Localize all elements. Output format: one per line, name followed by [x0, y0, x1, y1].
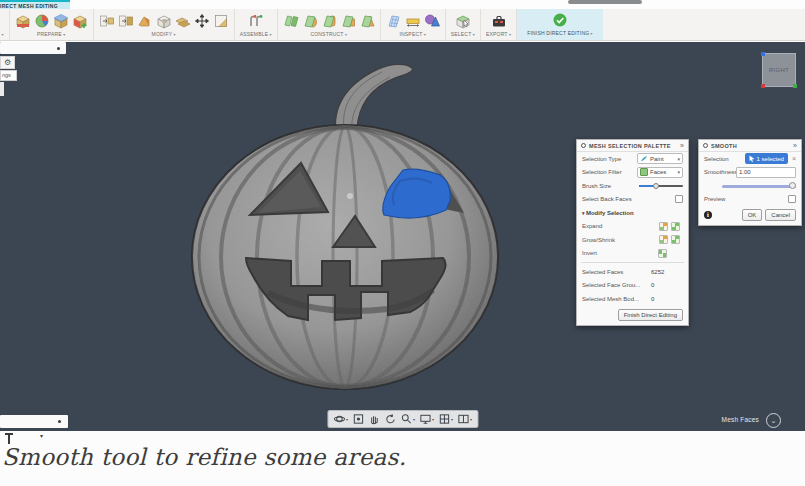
smoothness-slider-handle[interactable] — [789, 182, 796, 189]
zoom-icon[interactable]: ▾ — [399, 413, 416, 425]
viewcube-face-label[interactable]: RIGHT — [769, 67, 789, 73]
look-at-icon[interactable] — [351, 413, 365, 425]
smooth-selection-chip[interactable]: 1 selected — [745, 153, 788, 164]
offset-panel-icon[interactable] — [118, 13, 134, 29]
preview-row: Preview — [699, 193, 801, 207]
grow-icon[interactable] — [659, 235, 668, 244]
expand-fast-icon[interactable] — [671, 222, 680, 231]
group-label-construct[interactable]: CONSTRUCT — [310, 31, 347, 37]
display-settings-icon[interactable]: ▾ — [418, 413, 435, 425]
face-groups-icon[interactable] — [15, 13, 31, 29]
zoom-caret-icon[interactable]: ▾ — [413, 417, 415, 422]
viewports-caret-icon[interactable]: ▾ — [470, 417, 472, 422]
free-orbit-icon[interactable] — [383, 413, 397, 425]
viewcube[interactable]: RIGHT — [762, 53, 796, 87]
modify-selection-header[interactable]: Modify Selection — [582, 210, 634, 216]
plane-cut-box-icon[interactable] — [53, 13, 69, 29]
joint-icon[interactable] — [248, 13, 264, 29]
browser-collapsed-bar[interactable] — [0, 42, 66, 54]
section-grid-icon[interactable] — [386, 13, 402, 29]
clear-selection-icon[interactable]: × — [792, 155, 796, 162]
shrink-icon[interactable] — [671, 235, 680, 244]
wedge-icon[interactable] — [137, 13, 153, 29]
group-label-prepare[interactable]: PREPARE — [37, 31, 65, 37]
expand-label: Expand — [582, 223, 659, 229]
palette-collapse-icon[interactable]: » — [680, 141, 684, 151]
corner-plane-icon[interactable] — [213, 13, 229, 29]
preview-checkbox[interactable] — [788, 195, 796, 203]
orbit-caret-icon[interactable]: ▾ — [346, 417, 348, 422]
brush-size-slider-handle[interactable] — [653, 183, 659, 189]
invert-icon[interactable] — [658, 249, 667, 258]
pumpkin-mesh[interactable] — [178, 55, 523, 400]
grid-caret-icon[interactable]: ▾ — [451, 417, 453, 422]
selection-mode-circle-icon[interactable]: ⌄ — [766, 413, 781, 428]
select-back-faces-row: Select Back Faces — [577, 193, 688, 207]
box-plane-icon[interactable] — [340, 13, 356, 29]
grid-snaps-icon[interactable]: ▾ — [437, 413, 454, 425]
modify-selection-row[interactable]: Modify Selection — [577, 206, 688, 220]
viewport-canvas[interactable]: ⚙ ngs — [0, 42, 805, 431]
display-caret-icon[interactable]: ▾ — [432, 417, 434, 422]
specular-highlight — [347, 193, 353, 199]
smooth-title: SMOOTH — [711, 143, 793, 149]
viewcube-y-axis-marker — [793, 84, 797, 88]
smooth-grip-icon[interactable] — [703, 143, 708, 148]
palette-grip-icon[interactable] — [581, 143, 586, 148]
footer-caret-icon[interactable]: ▾ — [40, 432, 43, 439]
cone-plane-icon[interactable] — [359, 13, 375, 29]
replace-panel-icon[interactable] — [99, 13, 115, 29]
selection-filter-dropdown[interactable]: Faces — [637, 167, 683, 178]
info-icon[interactable]: i — [704, 211, 712, 219]
toolbar-group-export: EXPORT — [481, 9, 517, 40]
group-label-export[interactable]: EXPORT — [486, 31, 511, 37]
cancel-button[interactable]: Cancel — [765, 209, 796, 221]
measure-ruler-icon[interactable] — [405, 13, 421, 29]
smooth-header[interactable]: SMOOTH » — [699, 140, 801, 152]
finish-check-icon[interactable] — [552, 12, 568, 28]
brush-size-slider[interactable] — [639, 182, 683, 190]
midplane-icon[interactable] — [283, 13, 299, 29]
smoothness-row: Smoothness 1.00 — [699, 166, 801, 180]
hollow-cube-icon[interactable] — [156, 13, 172, 29]
document-settings-gear-icon[interactable]: ⚙ — [0, 56, 15, 69]
pan-hand-icon[interactable] — [367, 413, 381, 425]
toolbar-group-modify: MODIFY — [94, 9, 235, 40]
select-back-faces-checkbox[interactable] — [675, 195, 683, 203]
group-label-inspect[interactable]: INSPECT — [399, 31, 426, 37]
toolbox-icon[interactable] — [491, 13, 507, 29]
select-cursor-cube-icon[interactable] — [455, 13, 471, 29]
viewports-icon[interactable]: ▾ — [456, 413, 473, 425]
group-label-create[interactable]: CREATE — [0, 31, 4, 37]
stacked-slabs-icon[interactable] — [175, 13, 191, 29]
curvature-shapes-icon[interactable] — [424, 13, 440, 29]
selection-type-dropdown[interactable]: Paint — [637, 153, 683, 164]
tab-direct-mesh-editing[interactable]: DIRECT MESH EDITING — [0, 0, 70, 9]
timeline-toggle-dot[interactable] — [58, 420, 61, 423]
orbit-icon[interactable]: ▾ — [332, 413, 349, 425]
combine-plus-icon[interactable] — [72, 13, 88, 29]
smooth-collapse-icon[interactable]: » — [793, 141, 797, 151]
tangent-plane-icon[interactable] — [302, 13, 318, 29]
group-label-select[interactable]: SELECT — [451, 31, 475, 37]
move-arrows-icon[interactable] — [194, 13, 210, 29]
timeline-collapsed-bar[interactable] — [0, 415, 68, 428]
browser-toggle-dot[interactable] — [57, 47, 60, 50]
multicolor-sphere-icon[interactable] — [34, 13, 50, 29]
expand-slow-icon[interactable] — [659, 222, 668, 231]
group-label-assemble[interactable]: ASSEMBLE — [240, 31, 272, 37]
group-label-finish-direct-editing[interactable]: FINISH DIRECT EDITING — [527, 30, 593, 36]
toolbar-group-finish[interactable]: FINISH DIRECT EDITING — [517, 9, 603, 40]
palette-header[interactable]: MESH SELECTION PALETTE » — [577, 140, 688, 152]
finish-direct-editing-button[interactable]: Finish Direct Editing — [618, 309, 683, 321]
smoothness-slider-row — [699, 179, 801, 193]
cylinder-plane-icon[interactable] — [321, 13, 337, 29]
browser-item-label[interactable]: ngs — [0, 70, 17, 81]
smoothness-input[interactable]: 1.00 — [736, 167, 796, 178]
ok-button[interactable]: OK — [742, 209, 763, 221]
paint-brush-icon — [640, 155, 648, 163]
smoothness-slider[interactable] — [722, 181, 796, 190]
selection-type-label: Selection Type — [582, 156, 637, 162]
toolbar-group-select: SELECT — [446, 9, 481, 40]
group-label-modify[interactable]: MODIFY — [152, 31, 176, 37]
